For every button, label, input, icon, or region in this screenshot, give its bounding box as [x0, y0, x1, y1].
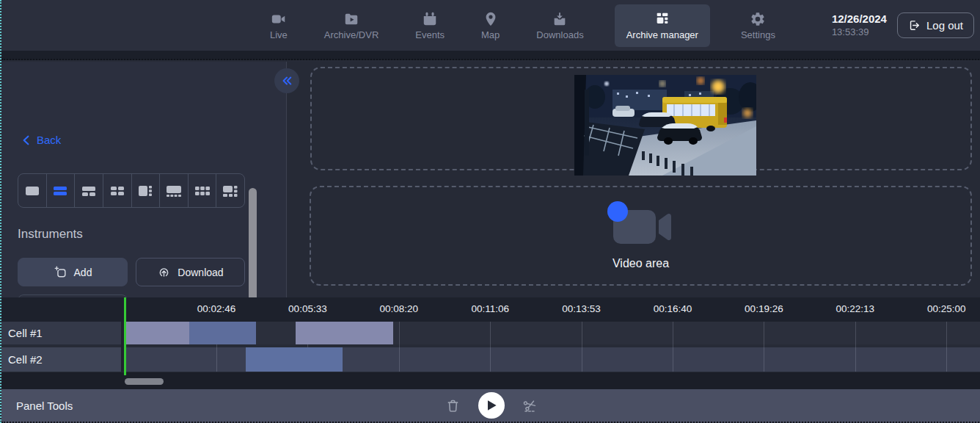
folder-play-icon: [343, 11, 359, 27]
timeline-horizontal-scrollbar[interactable]: [125, 378, 164, 385]
nav-item-downloads[interactable]: Downloads: [530, 7, 589, 45]
scissors-icon: [522, 398, 538, 413]
main-workspace: Video area: [288, 62, 980, 297]
timeline-tick-label: 00:11:06: [471, 303, 509, 314]
nav-label: Downloads: [536, 29, 583, 40]
timeline-gridline: [582, 322, 582, 372]
timeline: 00:02:4600:05:3300:08:2000:11:0600:13:53…: [1, 297, 980, 372]
timeline-playhead[interactable]: [124, 297, 126, 375]
nav-divider-strip: [1, 51, 980, 60]
add-label: Add: [74, 267, 92, 278]
logout-icon: [908, 19, 921, 32]
timeline-ruler[interactable]: 00:02:4600:05:3300:08:2000:11:0600:13:53…: [1, 297, 980, 322]
layout-preset-one-left-three-right[interactable]: [132, 174, 161, 207]
layout-preset-three-by-two[interactable]: [189, 174, 217, 207]
nav-item-archive-manager[interactable]: Archive manager: [615, 4, 710, 47]
timeline-tick-label: 00:02:46: [197, 303, 236, 314]
logout-label: Log out: [926, 19, 963, 32]
timeline-tick-label: 00:16:40: [654, 303, 692, 314]
timeline-segment[interactable]: [189, 322, 256, 344]
archive-manager-app: Live Archive/DVR Events: [0, 0, 980, 423]
nav-items: Live Archive/DVR Events: [264, 0, 781, 51]
layout-preset-two-rows[interactable]: [47, 174, 76, 207]
back-label: Back: [37, 134, 61, 146]
night-street-camera-image: [574, 75, 756, 176]
row-label-cell-2[interactable]: Cell #2: [1, 347, 121, 372]
nav-right-cluster: 12/26/2024 13:53:39 Log out: [832, 0, 974, 51]
clock: 12/26/2024 13:53:39: [832, 12, 887, 38]
download-tray-icon: [552, 11, 568, 27]
video-area-label: Video area: [612, 257, 669, 270]
row-label-text: Cell #1: [8, 327, 43, 339]
download-label: Download: [178, 267, 223, 278]
logout-button[interactable]: Log out: [897, 12, 974, 38]
play-button[interactable]: [478, 392, 505, 419]
download-button[interactable]: Download: [136, 258, 245, 286]
camera-preview-zone[interactable]: [310, 67, 972, 170]
clock-date: 12/26/2024: [832, 12, 887, 26]
video-area-placeholder: Video area: [311, 187, 970, 284]
cut-button[interactable]: [522, 398, 538, 413]
nav-label: Map: [481, 29, 500, 40]
cloud-arrow-icon: [157, 265, 171, 279]
nav-item-map[interactable]: Map: [475, 7, 505, 45]
timeline-gridline: [946, 322, 947, 372]
layout-preset-bar: [18, 173, 245, 208]
nav-item-settings[interactable]: Settings: [735, 7, 781, 45]
timeline-gridline: [855, 322, 856, 372]
layout-preset-one-plus-five[interactable]: [216, 174, 244, 207]
chevron-left-icon: [21, 134, 32, 146]
timeline-tick-label: 00:08:20: [380, 303, 419, 314]
add-button[interactable]: Add: [18, 258, 128, 286]
layout-preset-single[interactable]: [18, 174, 47, 207]
delete-button[interactable]: [445, 398, 461, 413]
instruments-section-title: Instruments: [18, 227, 83, 242]
row-label-cell-1[interactable]: Cell #1: [1, 322, 121, 344]
nav-label: Settings: [741, 29, 775, 40]
panel-tools-bar: Panel Tools: [1, 389, 980, 423]
nav-item-events[interactable]: Events: [409, 7, 450, 45]
row-label-text: Cell #2: [8, 353, 43, 366]
timeline-tick-label: 00:22:13: [836, 303, 875, 314]
timeline-tick-label: 00:05:33: [288, 303, 327, 314]
timeline-segment[interactable]: [296, 322, 393, 344]
camera-thumbnail[interactable]: [574, 75, 756, 176]
timeline-tick-label: 00:13:53: [562, 303, 601, 314]
video-camera-placeholder-icon: [603, 201, 679, 250]
sidebar: Back: [1, 62, 287, 297]
timeline-gridline: [399, 322, 400, 372]
grid-layout-icon: [654, 11, 670, 27]
nav-item-archive-dvr[interactable]: Archive/DVR: [318, 7, 384, 45]
timeline-gridline: [764, 322, 764, 372]
timeline-segment[interactable]: [246, 347, 343, 372]
timeline-gridline: [490, 322, 491, 372]
sidebar-collapse-button[interactable]: [274, 68, 299, 93]
timeline-tick-label: 00:19:26: [745, 303, 783, 314]
clock-time: 13:53:39: [832, 26, 887, 38]
add-frame-icon: [54, 265, 67, 279]
nav-label: Archive manager: [626, 29, 698, 40]
calendar-icon: [422, 11, 438, 27]
nav-label: Live: [270, 29, 288, 40]
location-pin-icon: [483, 11, 499, 27]
gear-icon: [750, 11, 766, 27]
back-button[interactable]: Back: [21, 134, 61, 146]
nav-label: Events: [415, 29, 445, 40]
layout-preset-two-by-two[interactable]: [103, 174, 132, 207]
panel-tools-icons: [1, 389, 980, 422]
timeline-tick-label: 00:25:00: [927, 303, 966, 314]
video-area-zone[interactable]: Video area: [310, 186, 972, 286]
video-camera-icon: [271, 11, 287, 27]
play-icon: [486, 400, 497, 411]
nav-label: Archive/DVR: [324, 29, 379, 40]
layout-preset-one-top-two-bottom[interactable]: [75, 174, 103, 207]
timeline-gridline: [673, 322, 673, 372]
trash-icon: [445, 398, 461, 413]
timeline-scroll-strip: [1, 372, 980, 389]
layout-preset-one-top-four-bottom[interactable]: [160, 174, 189, 207]
double-chevron-left-icon: [280, 74, 293, 87]
top-nav-bar: Live Archive/DVR Events: [1, 0, 980, 51]
nav-item-live[interactable]: Live: [264, 7, 293, 45]
timeline-segment[interactable]: [125, 322, 189, 344]
